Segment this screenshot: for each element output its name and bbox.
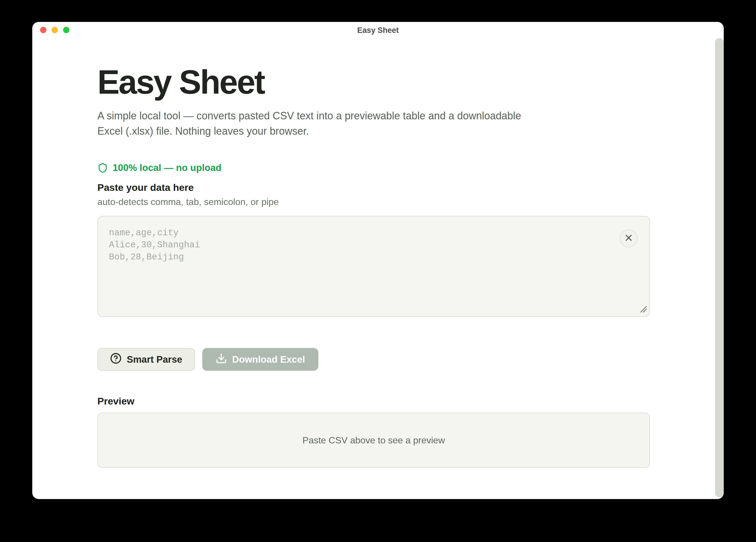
privacy-badge: 100% local — no upload: [97, 162, 659, 173]
paste-section-hint: auto-detects comma, tab, semicolon, or p…: [97, 196, 659, 207]
privacy-badge-label: 100% local — no upload: [113, 162, 222, 173]
main-content: Easy Sheet A simple local tool — convert…: [32, 39, 659, 468]
titlebar[interactable]: Easy Sheet: [32, 22, 724, 39]
paste-section-title: Paste your data here: [97, 182, 659, 193]
help-circle-icon: [110, 353, 122, 367]
smart-parse-label: Smart Parse: [127, 354, 182, 365]
preview-section-title: Preview: [97, 396, 659, 407]
resize-handle-icon[interactable]: [638, 304, 648, 315]
preview-panel: Paste CSV above to see a preview: [97, 413, 650, 468]
window-title: Easy Sheet: [32, 26, 724, 35]
vertical-scrollbar[interactable]: [715, 38, 724, 497]
csv-input[interactable]: [97, 216, 650, 317]
subtitle-line-1: A simple local tool — converts pasted CS…: [97, 108, 659, 123]
download-icon: [216, 353, 227, 367]
x-icon: [624, 233, 633, 243]
smart-parse-button[interactable]: Smart Parse: [97, 348, 195, 371]
shield-icon: [97, 163, 108, 173]
download-excel-button[interactable]: Download Excel: [202, 348, 318, 371]
csv-input-area: [97, 216, 650, 317]
page-subtitle: A simple local tool — converts pasted CS…: [97, 108, 659, 139]
download-excel-label: Download Excel: [232, 354, 305, 365]
desktop-background: Easy Sheet Easy Sheet A simple local too…: [0, 0, 756, 542]
action-buttons: Smart Parse Download Excel: [97, 348, 659, 371]
preview-empty-message: Paste CSV above to see a preview: [303, 435, 445, 446]
page-title: Easy Sheet: [97, 65, 659, 99]
app-window: Easy Sheet Easy Sheet A simple local too…: [32, 22, 724, 499]
clear-input-button[interactable]: [620, 229, 638, 247]
subtitle-line-2: Excel (.xlsx) file. Nothing leaves your …: [97, 123, 659, 139]
